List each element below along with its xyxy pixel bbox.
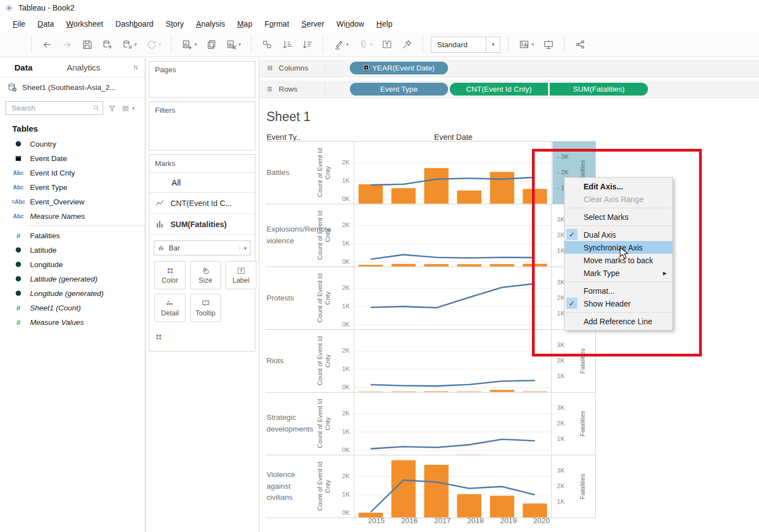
clear-sheet-caret-icon[interactable]: ▾	[239, 42, 242, 47]
menu-server[interactable]: Server	[295, 17, 330, 31]
right-axis-ticks[interactable]: 1K2K3K	[555, 455, 572, 518]
menu-map[interactable]: Map	[231, 17, 258, 31]
left-axis-title[interactable]: Count of Event Id Cnty	[314, 267, 333, 329]
pause-updates-button[interactable]: ▾	[118, 37, 140, 52]
color-button[interactable]: Color	[154, 261, 185, 289]
field-longitude[interactable]: Longitude	[0, 257, 145, 272]
menu-item-show-header[interactable]: ✓Show Header	[565, 297, 672, 310]
row-label[interactable]: Protests	[267, 267, 312, 329]
menu-item-synchronize-axis[interactable]: Synchronize Axis	[565, 241, 672, 254]
menu-item-move-marks-to-back[interactable]: Move marks to back	[565, 254, 672, 267]
menu-dashboard[interactable]: Dashboard	[109, 17, 160, 31]
pill-event-type[interactable]: Event Type	[350, 83, 448, 96]
presentation-mode-button[interactable]	[540, 37, 557, 52]
plot-pane[interactable]	[354, 267, 552, 329]
add-datasource-button[interactable]	[98, 37, 116, 52]
x-axis-label[interactable]: 2015	[360, 516, 393, 525]
row-label[interactable]: Battles	[267, 142, 312, 204]
view-options-caret-icon[interactable]: ▾	[132, 106, 135, 111]
left-axis-title[interactable]: Count of Event Id Cnty	[314, 330, 333, 392]
show-mark-labels-button[interactable]	[378, 37, 396, 52]
attach-button[interactable]: ▾	[354, 37, 376, 52]
field-country[interactable]: Country	[0, 137, 145, 151]
right-axis-title[interactable]: Fatalities	[574, 393, 591, 455]
right-axis-ticks[interactable]: 1K2K3K	[555, 393, 572, 455]
field-event-type[interactable]: AbcEvent Type	[0, 180, 145, 194]
show-hide-cards-button[interactable]: ▾	[515, 37, 537, 52]
share-button[interactable]	[571, 37, 589, 52]
duplicate-sheet-button[interactable]	[203, 37, 220, 52]
fix-axes-button[interactable]	[398, 37, 416, 52]
menu-item-clear-axis-range[interactable]: Clear Axis Range	[565, 193, 672, 205]
field-measure-names[interactable]: AbcMeasure Names	[0, 209, 145, 223]
menu-window[interactable]: Window	[330, 17, 370, 31]
pill-sum-fatalities-[interactable]: SUM(Fatalities)	[550, 83, 648, 96]
fit-dropdown-caret-icon[interactable]: ▾	[486, 37, 500, 52]
new-worksheet-button[interactable]: ▾	[178, 37, 200, 52]
left-axis-ticks[interactable]: 0K1K2K	[334, 393, 352, 455]
pill-cnt-event-id-cnty-[interactable]: CNT(Event Id Cnty)	[450, 83, 548, 96]
field-event-id-cnty[interactable]: AbcEvent Id Cnty	[0, 165, 145, 180]
plot-pane[interactable]	[354, 393, 552, 455]
x-axis-label[interactable]: 2017	[426, 516, 459, 525]
redo-button[interactable]	[58, 37, 76, 52]
view-options-icon[interactable]	[121, 104, 130, 113]
menu-item-add-reference-line[interactable]: Add Reference Line	[565, 315, 672, 328]
field-latitude-generated-[interactable]: Latitude (generated)	[0, 272, 145, 286]
menu-item-edit-axis-[interactable]: Edit Axis...	[565, 180, 672, 193]
row-label[interactable]: Explosions/Remote violence	[267, 204, 312, 267]
search-box[interactable]	[6, 101, 103, 115]
datasource-row[interactable]: Sheet1 (Southeast-Asia_2...	[0, 77, 145, 97]
size-button[interactable]: Size	[190, 261, 221, 289]
field-sheet1-count-[interactable]: #Sheet1 (Count)	[0, 300, 145, 315]
tab-data[interactable]: Data	[14, 63, 33, 72]
marks-card-sum[interactable]: SUM(Fatalities)	[149, 214, 255, 235]
columns-shelf[interactable]: Columns YEAR(Event Date)	[259, 59, 759, 77]
marks-card-cnt[interactable]: CNT(Event Id C...	[149, 193, 255, 214]
highlight-caret-icon[interactable]: ▾	[346, 42, 349, 47]
row-field-header[interactable]: Event Ty..	[267, 133, 300, 142]
x-axis-label[interactable]: 2020	[525, 516, 559, 525]
menu-item-select-marks[interactable]: Select Marks	[565, 210, 672, 223]
filter-fields-icon[interactable]	[108, 104, 117, 113]
left-axis-title[interactable]: Count of Event Id Cnty	[314, 455, 333, 518]
menu-story[interactable]: Story	[159, 17, 190, 31]
left-axis-ticks[interactable]: 0K1K2K	[334, 142, 352, 204]
left-axis-title[interactable]: Count of Event Id Cnty	[314, 142, 333, 204]
expand-pill-icon[interactable]	[363, 64, 369, 72]
pause-updates-caret-icon[interactable]: ▾	[134, 42, 137, 47]
attach-caret-icon[interactable]: ▾	[370, 42, 373, 47]
undo-button[interactable]	[38, 37, 56, 52]
marks-all-tab[interactable]: All	[149, 172, 255, 193]
left-axis-ticks[interactable]: 0K1K2K	[334, 204, 352, 267]
refresh-datasource-caret-icon[interactable]: ▾	[159, 42, 162, 47]
row-label[interactable]: Strategic developments	[267, 393, 312, 455]
field-measure-values[interactable]: #Measure Values	[0, 315, 145, 329]
search-input[interactable]	[11, 103, 92, 113]
fit-dropdown[interactable]: Standard▾	[431, 37, 500, 53]
save-button[interactable]	[78, 37, 96, 52]
detail-button[interactable]: Detail	[154, 294, 185, 322]
menu-item-mark-type[interactable]: Mark Type▶	[565, 267, 672, 279]
mark-type-dropdown[interactable]: Bar ▾	[154, 240, 250, 255]
refresh-datasource-button[interactable]: ▾	[143, 37, 165, 52]
menu-file[interactable]: File	[7, 17, 32, 31]
sort-descending-button[interactable]	[298, 37, 316, 52]
x-axis-label[interactable]: 2018	[459, 516, 492, 525]
pane-sort-icon[interactable]	[132, 64, 139, 71]
pages-shelf[interactable]: Pages	[149, 61, 255, 98]
label-button[interactable]: Label	[225, 261, 257, 289]
menu-data[interactable]: Data	[32, 17, 61, 31]
plot-pane[interactable]	[354, 142, 552, 204]
x-axis-label[interactable]: 2016	[393, 516, 426, 525]
plot-pane[interactable]	[354, 330, 552, 392]
field-fatalities[interactable]: #Fatalities	[0, 228, 145, 243]
plot-pane[interactable]	[354, 204, 552, 267]
left-axis-ticks[interactable]: 0K1K2K	[334, 330, 352, 392]
row-label[interactable]: Violence against civilians	[267, 455, 312, 518]
menu-help[interactable]: Help	[370, 17, 399, 31]
x-axis-label[interactable]: 2019	[492, 516, 525, 525]
right-axis-ticks[interactable]: 1K2K3K	[555, 330, 572, 392]
pill-year-event-date-[interactable]: YEAR(Event Date)	[350, 62, 448, 74]
mark-type-caret-icon[interactable]: ▾	[239, 245, 247, 251]
